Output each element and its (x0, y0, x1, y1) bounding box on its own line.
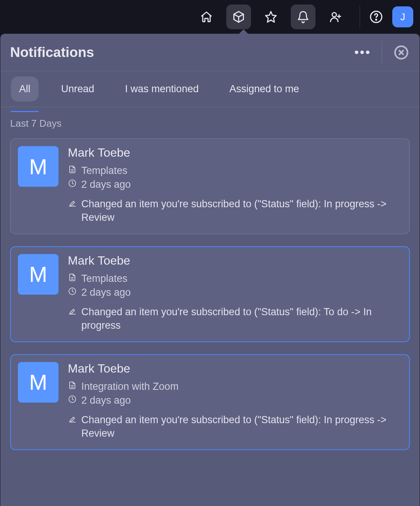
document-icon (68, 165, 77, 177)
notification-card[interactable]: MMark ToebeIntegration with Zoom2 days a… (10, 354, 410, 450)
notification-item: Templates (81, 165, 127, 177)
notification-avatar: M (18, 362, 59, 403)
notification-desc-row: Changed an item you're subscribed to ("S… (68, 413, 402, 440)
notification-desc-row: Changed an item you're subscribed to ("S… (68, 197, 402, 225)
document-icon (68, 381, 77, 392)
notification-body: Mark ToebeTemplates2 days agoChanged an … (68, 254, 402, 332)
notification-time: 2 days ago (81, 287, 131, 298)
panel-title: Notifications (10, 45, 354, 60)
svg-point-3 (376, 19, 377, 20)
user-avatar-initial: J (401, 11, 405, 23)
notification-user: Mark Toebe (68, 146, 402, 160)
notification-item-row: Integration with Zoom (68, 381, 402, 392)
tab-label: I was mentioned (125, 83, 199, 94)
notification-desc: Changed an item you're subscribed to ("S… (81, 305, 402, 332)
edit-icon (68, 197, 77, 211)
tab-label: Unread (61, 83, 94, 94)
user-avatar-button[interactable]: J (392, 6, 413, 27)
notification-time: 2 days ago (81, 179, 131, 190)
notification-item-row: Templates (68, 273, 402, 284)
topbar-divider (360, 6, 360, 28)
notifications-panel: Notifications ••• All Unread I was menti… (0, 34, 420, 506)
svg-point-1 (332, 13, 336, 17)
tabs: All Unread I was mentioned Assigned to m… (0, 71, 420, 107)
notification-card[interactable]: MMark ToebeTemplates2 days agoChanged an… (10, 138, 410, 234)
clock-icon (68, 179, 77, 190)
tab-mentioned[interactable]: I was mentioned (117, 76, 207, 102)
panel-header: Notifications ••• (0, 34, 420, 71)
bell-icon[interactable] (291, 4, 315, 29)
notification-card[interactable]: MMark ToebeTemplates2 days agoChanged an… (10, 246, 410, 342)
notification-desc-row: Changed an item you're subscribed to ("S… (68, 305, 402, 332)
star-icon[interactable] (259, 4, 283, 29)
document-icon (68, 273, 77, 284)
header-divider (382, 41, 382, 64)
notification-body: Mark ToebeIntegration with Zoom2 days ag… (68, 362, 402, 440)
svg-marker-0 (266, 12, 276, 22)
topbar: J (0, 0, 420, 34)
notification-avatar: M (18, 254, 59, 295)
notification-time-row: 2 days ago (68, 287, 402, 298)
clock-icon (68, 287, 77, 298)
tab-assigned[interactable]: Assigned to me (221, 76, 307, 102)
notification-user: Mark Toebe (68, 362, 402, 376)
notification-desc: Changed an item you're subscribed to ("S… (81, 197, 402, 225)
section-label: Last 7 Days (10, 118, 410, 129)
notification-item-row: Templates (68, 165, 402, 177)
tab-all[interactable]: All (11, 76, 39, 102)
close-icon[interactable] (393, 44, 410, 61)
clock-icon (68, 395, 77, 406)
notification-item: Templates (81, 273, 127, 284)
tab-label: Assigned to me (229, 83, 299, 94)
notifications-scroll[interactable]: Last 7 Days MMark ToebeTemplates2 days a… (0, 107, 420, 506)
notification-time-row: 2 days ago (68, 395, 402, 406)
notification-avatar: M (18, 146, 59, 187)
notification-user: Mark Toebe (68, 254, 402, 268)
add-user-icon[interactable] (323, 4, 348, 29)
home-icon[interactable] (194, 4, 219, 29)
tab-unread[interactable]: Unread (53, 76, 103, 102)
edit-icon (68, 413, 77, 427)
notification-time-row: 2 days ago (68, 179, 402, 190)
more-icon[interactable]: ••• (354, 44, 371, 61)
notification-desc: Changed an item you're subscribed to ("S… (81, 413, 402, 440)
box-icon[interactable] (226, 4, 251, 29)
panel-header-actions: ••• (354, 41, 410, 64)
nav-group (194, 4, 348, 29)
notification-time: 2 days ago (81, 395, 131, 406)
help-icon[interactable] (368, 8, 385, 25)
edit-icon (68, 305, 77, 319)
notification-body: Mark ToebeTemplates2 days agoChanged an … (68, 146, 402, 225)
notification-item: Integration with Zoom (81, 381, 179, 392)
tab-label: All (19, 83, 30, 94)
